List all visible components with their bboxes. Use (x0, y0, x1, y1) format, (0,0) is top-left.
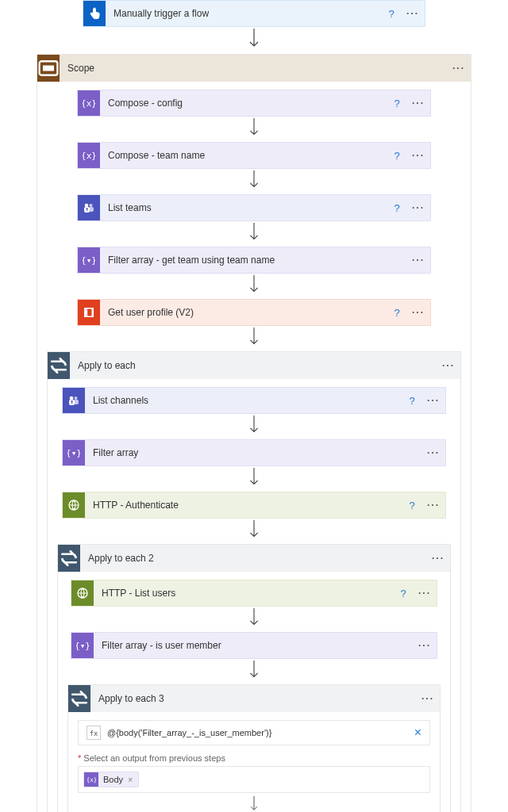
filter-icon (63, 440, 85, 465)
loop-icon (68, 685, 90, 712)
more-menu[interactable]: ··· (426, 553, 450, 564)
trigger-label: Manually trigger a flow (106, 8, 382, 19)
more-menu[interactable]: ··· (413, 640, 437, 651)
apply-to-each-3-header[interactable]: Apply to each 3 ··· (68, 685, 440, 712)
http-authenticate-step[interactable]: HTTP - Authenticate ? ··· (62, 492, 446, 519)
filter-team-step[interactable]: Filter array - get team using team name … (77, 247, 431, 274)
list-channels-step[interactable]: List channels ? ··· (62, 387, 446, 414)
apply-to-each-3-container: Apply to each 3 ··· @{body('Filter_array… (67, 684, 441, 812)
apply-to-each-2-header[interactable]: Apply to each 2 ··· (58, 545, 450, 572)
help-icon[interactable]: ? (382, 8, 401, 20)
required-indicator: * (78, 753, 81, 763)
help-icon[interactable]: ? (387, 202, 406, 214)
remove-token-button[interactable]: × (128, 775, 133, 784)
apply-to-each-2-container: Apply to each 2 ··· HTTP - List users ? … (57, 544, 451, 812)
compose-icon (78, 90, 100, 116)
apply-to-each-container: Apply to each ··· List channels ? ··· Fi… (47, 351, 461, 812)
connector (0, 27, 508, 54)
expression-text: @{body('Filter_array_-_is_user_member')} (107, 728, 271, 737)
body-token[interactable]: Body × (83, 772, 139, 787)
loop-icon (48, 352, 70, 379)
more-menu[interactable]: ··· (401, 8, 425, 19)
teams-icon (63, 388, 85, 413)
more-menu[interactable]: ··· (421, 395, 445, 406)
loop-icon (58, 545, 80, 572)
more-menu[interactable]: ··· (413, 588, 437, 599)
help-icon[interactable]: ? (387, 307, 406, 319)
help-icon[interactable]: ? (387, 98, 406, 109)
more-menu[interactable]: ··· (406, 202, 430, 213)
filter-icon (71, 633, 94, 658)
more-menu[interactable]: ··· (406, 307, 430, 318)
trigger-step[interactable]: Manually trigger a flow ? ··· (83, 0, 425, 27)
manual-trigger-icon (83, 1, 106, 26)
help-icon[interactable]: ? (394, 588, 413, 599)
help-icon[interactable]: ? (387, 150, 406, 162)
scope-header[interactable]: Scope ··· (37, 55, 471, 82)
fx-icon (87, 726, 101, 740)
more-menu[interactable]: ··· (406, 150, 430, 161)
token-icon (84, 772, 98, 787)
filter-array-step[interactable]: Filter array ··· (62, 439, 446, 466)
output-token-field[interactable]: Body × (78, 766, 430, 793)
more-menu[interactable]: ··· (416, 693, 440, 704)
compose-config-step[interactable]: Compose - config ? ··· (77, 90, 431, 117)
http-icon (63, 492, 85, 518)
http-list-users-step[interactable]: HTTP - List users ? ··· (71, 580, 437, 607)
scope-label: Scope (60, 63, 447, 74)
more-menu[interactable]: ··· (447, 63, 471, 74)
expression-row[interactable]: @{body('Filter_array_-_is_user_member')}… (78, 720, 430, 745)
help-icon[interactable]: ? (402, 395, 421, 407)
more-menu[interactable]: ··· (406, 255, 430, 266)
compose-teamname-step[interactable]: Compose - team name ? ··· (77, 142, 431, 169)
clear-expression-button[interactable]: × (414, 726, 421, 740)
help-icon[interactable]: ? (402, 500, 421, 511)
field-label: * Select an output from previous steps (78, 753, 430, 763)
scope-icon (37, 55, 60, 82)
more-menu[interactable]: ··· (406, 98, 430, 109)
get-user-profile-step[interactable]: Get user profile (V2) ? ··· (77, 299, 431, 326)
teams-icon (78, 195, 100, 220)
scope-container: Scope ··· Compose - config ? ··· Compose… (37, 54, 471, 812)
filter-is-member-step[interactable]: Filter array - is user member ··· (71, 632, 437, 659)
more-menu[interactable]: ··· (437, 360, 460, 371)
compose-icon (78, 143, 100, 168)
office365-icon (78, 300, 100, 325)
filter-icon (78, 247, 100, 273)
apply-to-each-header[interactable]: Apply to each ··· (48, 352, 460, 379)
more-menu[interactable]: ··· (421, 447, 445, 458)
list-teams-step[interactable]: List teams ? ··· (77, 194, 431, 221)
http-icon (71, 580, 94, 606)
more-menu[interactable]: ··· (421, 500, 445, 511)
